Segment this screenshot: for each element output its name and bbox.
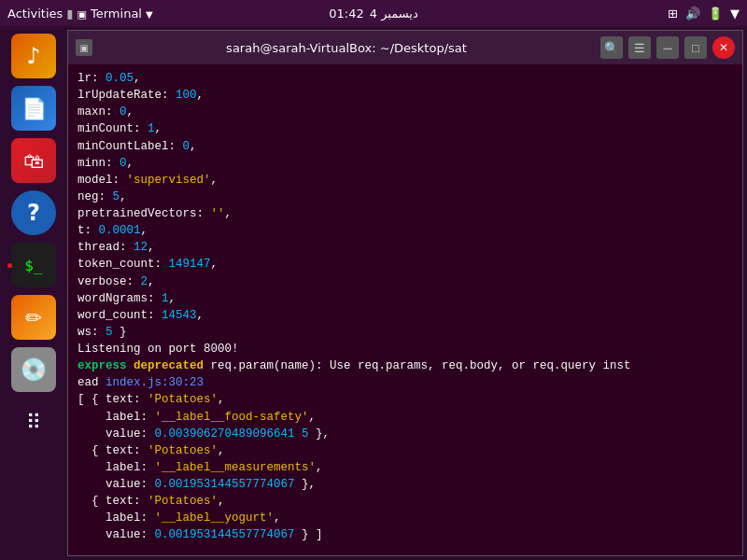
line-19: ead index.js:30:23 [78, 374, 733, 391]
line-21: label: '__label__food-safety', [78, 409, 733, 426]
terminal-window: ▣ sarah@sarah-VirtualBox: ~/Desktop/sat … [67, 30, 743, 556]
sidebar-item-help[interactable]: ? [11, 190, 56, 235]
line-14: wordNgrams: 1, [78, 290, 733, 307]
titlebar-left: ▣ [76, 39, 92, 56]
line-17: Listening on port 8000! [78, 341, 733, 357]
help-icon: ? [27, 200, 40, 226]
line-20: [ { text: 'Potatoes', [78, 391, 733, 408]
battery-icon: 🔋 [708, 7, 723, 21]
menu-button[interactable]: ☰ [628, 36, 651, 59]
terminal-sidebar-icon: $_ [24, 257, 42, 274]
terminal-title: sarah@sarah-VirtualBox: ~/Desktop/sat [226, 41, 467, 55]
line-27: label: '__label__yogurt', [78, 510, 733, 526]
activities-button[interactable]: Activities [7, 7, 63, 21]
line-4: minCount: 1, [78, 120, 733, 137]
topbar-right: ⊞ 🔊 🔋 ▼ [668, 7, 740, 21]
line-22: value: 0.003906270489096641 5 }, [78, 426, 733, 442]
dropdown-icon: ▼ [146, 9, 153, 20]
settings-icon[interactable]: ▼ [730, 7, 740, 21]
line-15: word_count: 14543, [78, 307, 733, 324]
line-8: neg: 5, [78, 189, 733, 205]
sidebar-item-dvd[interactable]: 💿 [11, 347, 56, 392]
terminal-label[interactable]: ▣ Terminal ▼ [77, 7, 152, 21]
line-5: minCountLabel: 0, [78, 138, 733, 155]
line-2: lrUpdateRate: 100, [78, 87, 733, 104]
writer-icon: 📄 [21, 97, 47, 120]
line-26: { text: 'Potatoes', [78, 493, 733, 510]
line-24: label: '__label__measurements', [78, 459, 733, 476]
line-23: { text: 'Potatoes', [78, 442, 733, 459]
titlebar-controls: 🔍 ☰ ─ □ ✕ [600, 36, 735, 59]
topbar-clock: 01:42 4 دیسمبر [329, 7, 418, 21]
terminal-titlebar-icon: ▣ [76, 39, 92, 56]
line-28: value: 0.001953144557774067 } ] [78, 526, 733, 543]
sidebar: ♪ 📄 🛍 ? $_ ✏ 💿 ⠿ [0, 26, 67, 560]
grid-icon: ⠿ [26, 411, 41, 434]
main-layout: ♪ 📄 🛍 ? $_ ✏ 💿 ⠿ ▣ sarah@ [0, 26, 747, 560]
line-18: express deprecated req.param(name): Use … [78, 357, 733, 374]
line-7: model: 'supervised', [78, 172, 733, 189]
topbar: Activities ▮ ▣ Terminal ▼ 01:42 4 دیسمبر… [0, 0, 747, 26]
text-editor-icon: ✏ [25, 306, 42, 329]
topbar-left: Activities ▮ ▣ Terminal ▼ [7, 7, 153, 21]
sidebar-item-grid[interactable]: ⠿ [11, 399, 56, 444]
line-25: value: 0.001953144557774067 }, [78, 476, 733, 493]
clock-time: 01:42 [329, 7, 363, 21]
sidebar-item-terminal[interactable]: $_ [11, 243, 56, 287]
line-6: minn: 0, [78, 155, 733, 172]
maximize-button[interactable]: □ [684, 36, 707, 59]
sound-icon: 🔊 [685, 7, 700, 21]
line-3: maxn: 0, [78, 104, 733, 120]
sidebar-item-music[interactable]: ♪ [11, 34, 56, 78]
line-13: verbose: 2, [78, 273, 733, 290]
search-button[interactable]: 🔍 [600, 36, 623, 59]
terminal-titlebar: ▣ sarah@sarah-VirtualBox: ~/Desktop/sat … [68, 31, 742, 64]
appstore-icon: 🛍 [23, 149, 44, 173]
line-16: ws: 5 } [78, 324, 733, 341]
dvd-icon: 💿 [20, 357, 48, 383]
topbar-separator: ▮ [66, 7, 73, 21]
sidebar-item-appstore[interactable]: 🛍 [11, 138, 56, 183]
line-9: pretrainedVectors: '', [78, 205, 733, 222]
clock-date: 4 دیسمبر [370, 7, 418, 21]
line-11: thread: 12, [78, 239, 733, 256]
line-1: lr: 0.05, [78, 70, 733, 87]
line-10: t: 0.0001, [78, 222, 733, 239]
terminal-icon: ▣ [77, 8, 86, 21]
sidebar-item-writer[interactable]: 📄 [11, 86, 56, 131]
terminal-content[interactable]: lr: 0.05, lrUpdateRate: 100, maxn: 0, mi… [68, 64, 742, 555]
close-button[interactable]: ✕ [712, 36, 735, 59]
minimize-button[interactable]: ─ [656, 36, 679, 59]
line-12: token_count: 149147, [78, 256, 733, 273]
active-dot [7, 263, 12, 268]
network-icon: ⊞ [668, 7, 678, 21]
sidebar-item-text-editor[interactable]: ✏ [11, 295, 56, 340]
music-icon: ♪ [26, 43, 40, 69]
